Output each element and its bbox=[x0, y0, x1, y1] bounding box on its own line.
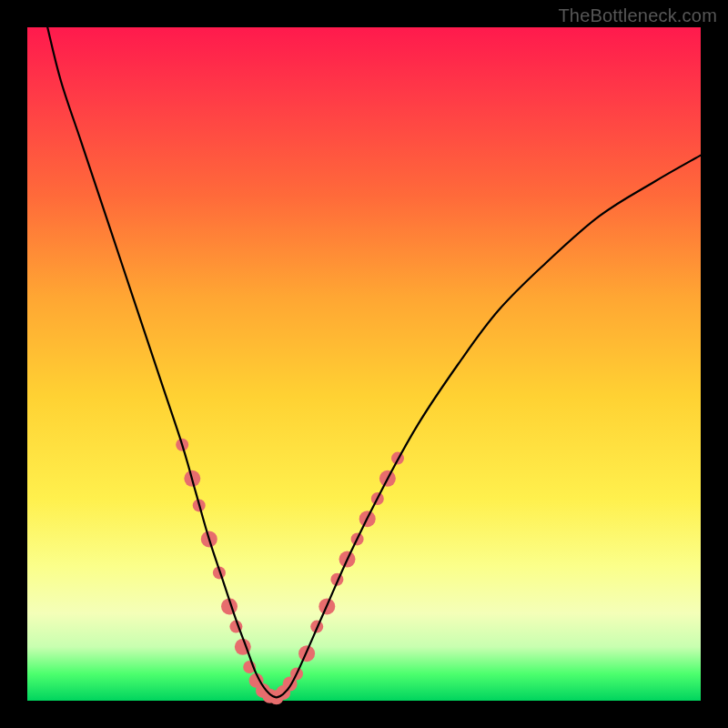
curve-svg bbox=[27, 27, 701, 701]
plot-area bbox=[27, 27, 701, 701]
highlighted-points-group bbox=[176, 439, 404, 705]
bottleneck-curve bbox=[47, 27, 701, 697]
chart-frame: TheBottleneck.com bbox=[0, 0, 728, 728]
watermark-text: TheBottleneck.com bbox=[558, 5, 717, 26]
